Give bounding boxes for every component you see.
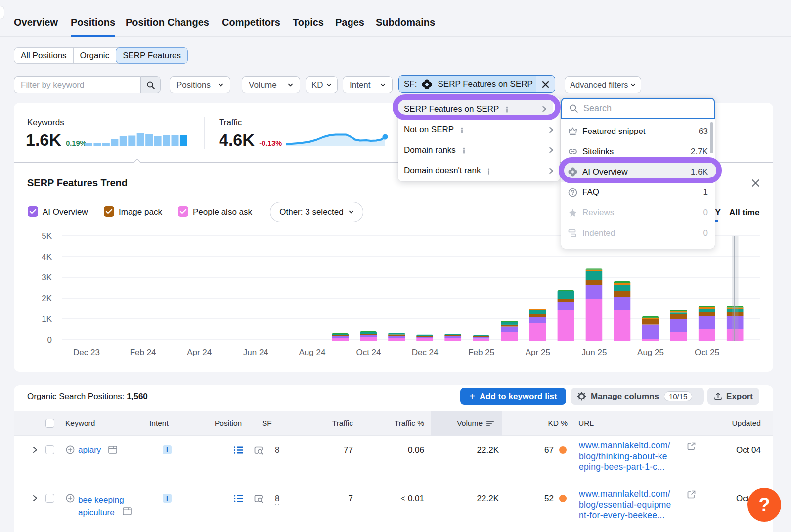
- svg-text:3K: 3K: [42, 273, 52, 282]
- svg-text:Dec 23: Dec 23: [73, 348, 100, 357]
- svg-text:Oct 24: Oct 24: [356, 348, 381, 357]
- svg-text:0: 0: [47, 335, 52, 345]
- svg-text:Feb 24: Feb 24: [130, 348, 156, 357]
- svg-text:Feb 25: Feb 25: [468, 348, 494, 357]
- svg-text:5K: 5K: [42, 231, 52, 241]
- svg-text:Apr 24: Apr 24: [187, 348, 212, 357]
- svg-text:2K: 2K: [42, 294, 52, 303]
- svg-text:Aug 24: Aug 24: [299, 348, 325, 357]
- svg-text:Oct 25: Oct 25: [695, 348, 719, 357]
- svg-text:Jun 25: Jun 25: [581, 348, 607, 357]
- svg-text:Apr 25: Apr 25: [526, 348, 550, 357]
- svg-text:Dec 24: Dec 24: [412, 348, 439, 357]
- svg-text:1K: 1K: [42, 314, 52, 324]
- svg-text:Aug 25: Aug 25: [637, 348, 664, 357]
- svg-text:Jun 24: Jun 24: [243, 348, 268, 357]
- svg-text:4K: 4K: [42, 252, 52, 262]
